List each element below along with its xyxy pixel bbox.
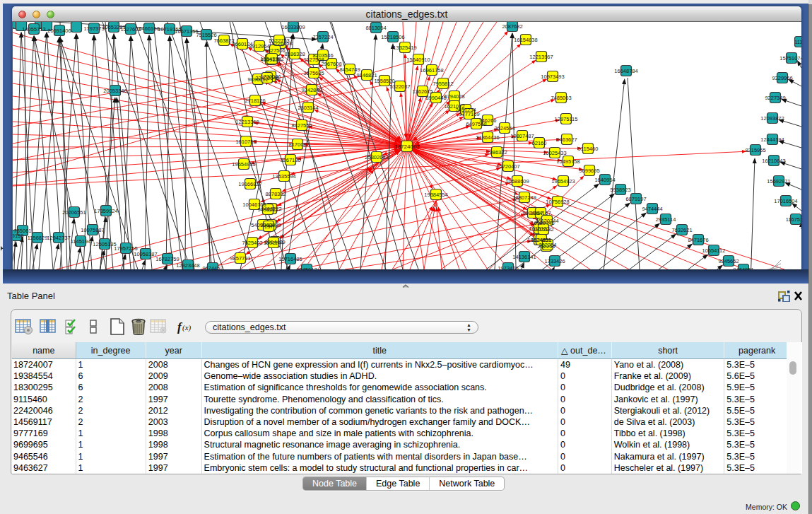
svg-text:1797373: 1797373 <box>83 25 104 32</box>
svg-text:12213369: 12213369 <box>235 119 259 125</box>
svg-text:9227349: 9227349 <box>765 95 785 101</box>
svg-text:1610755: 1610755 <box>235 139 256 145</box>
svg-text:62160: 62160 <box>532 140 547 146</box>
svg-text:7485063: 7485063 <box>551 95 571 101</box>
svg-text:10807487: 10807487 <box>510 133 534 139</box>
svg-text:15692971: 15692971 <box>767 178 790 185</box>
svg-text:10756928: 10756928 <box>546 199 569 205</box>
svg-text:1362615: 1362615 <box>412 88 433 95</box>
svg-text:3675685: 3675685 <box>303 70 324 76</box>
svg-text:7986322: 7986322 <box>486 149 507 156</box>
svg-text:20053346: 20053346 <box>103 88 126 94</box>
svg-text:20691406: 20691406 <box>47 28 71 34</box>
svg-text:1064167: 1064167 <box>530 210 551 216</box>
svg-text:9245652: 9245652 <box>718 258 739 264</box>
svg-text:16671355: 16671355 <box>175 28 198 35</box>
svg-text:15218506: 15218506 <box>381 34 404 40</box>
svg-text:5322753: 5322753 <box>269 37 289 44</box>
svg-text:7625402: 7625402 <box>242 240 262 246</box>
svg-text:1167534: 1167534 <box>786 216 801 223</box>
svg-text:10025433: 10025433 <box>543 150 566 156</box>
svg-text:3267130: 3267130 <box>280 157 300 163</box>
svg-text:1973426: 1973426 <box>498 265 518 270</box>
svg-text:6879197: 6879197 <box>625 196 646 202</box>
svg-text:22420046: 22420046 <box>255 75 278 81</box>
svg-text:2803144: 2803144 <box>298 105 318 111</box>
svg-text:19384554: 19384554 <box>424 192 447 198</box>
svg-text:6466160: 6466160 <box>139 25 159 32</box>
svg-text:252254: 252254 <box>539 242 556 248</box>
svg-text:9329966: 9329966 <box>772 75 792 81</box>
svg-text:1915132: 1915132 <box>533 226 553 233</box>
svg-text:14136141: 14136141 <box>512 254 536 260</box>
svg-text:7663822: 7663822 <box>213 37 234 44</box>
svg-text:1640954: 1640954 <box>594 177 615 183</box>
svg-text:2718126: 2718126 <box>245 98 265 104</box>
svg-text:9474444: 9474444 <box>642 206 662 212</box>
svg-text:10958187: 10958187 <box>134 251 157 257</box>
svg-text:8471676: 8471676 <box>688 237 708 243</box>
svg-text:137: 137 <box>264 223 273 230</box>
svg-text:2087682: 2087682 <box>502 23 522 30</box>
svg-text:16154838: 16154838 <box>514 37 537 43</box>
svg-text:12923448: 12923448 <box>176 262 199 269</box>
svg-text:17016504: 17016504 <box>774 198 797 204</box>
svg-text:15640910: 15640910 <box>406 57 430 63</box>
svg-text:16120744: 16120744 <box>535 218 558 224</box>
svg-text:1156829: 1156829 <box>28 235 48 241</box>
svg-text:5938923: 5938923 <box>610 187 630 193</box>
svg-text:8215955: 8215955 <box>745 147 765 153</box>
svg-text:817006: 817006 <box>288 141 306 148</box>
svg-text:9498222: 9498222 <box>257 206 278 213</box>
svg-text:8878332: 8878332 <box>265 191 286 197</box>
svg-text:12213967: 12213967 <box>529 54 553 60</box>
svg-text:8912954: 8912954 <box>249 43 269 49</box>
svg-text:1733426: 1733426 <box>544 258 565 264</box>
svg-text:12942737: 12942737 <box>47 235 70 241</box>
svg-text:8186328: 8186328 <box>284 51 305 57</box>
svg-text:16543382: 16543382 <box>260 56 283 62</box>
svg-text:5322037: 5322037 <box>389 83 410 90</box>
svg-text:16961758: 16961758 <box>420 67 443 74</box>
svg-text:9146821: 9146821 <box>356 72 377 78</box>
svg-text:16648784: 16648784 <box>614 68 637 74</box>
svg-text:6497568: 6497568 <box>466 121 486 127</box>
svg-text:15716485: 15716485 <box>278 256 302 262</box>
svg-text:21364436: 21364436 <box>476 134 499 141</box>
svg-text:3624554: 3624554 <box>494 125 514 132</box>
svg-text:10973493: 10973493 <box>541 74 564 80</box>
svg-text:12505135: 12505135 <box>93 241 116 247</box>
svg-text:8427552: 8427552 <box>291 122 312 129</box>
svg-text:1691144: 1691144 <box>264 240 284 246</box>
svg-text:15720407: 15720407 <box>496 163 519 170</box>
svg-text:(x): (x) <box>182 323 192 332</box>
svg-text:785061: 785061 <box>13 228 31 234</box>
svg-text:2967608: 2967608 <box>321 61 341 67</box>
svg-text:15495758: 15495758 <box>556 158 579 165</box>
svg-text:10688609: 10688609 <box>505 178 529 185</box>
svg-text:20206551: 20206551 <box>62 209 86 216</box>
svg-text:10975887: 10975887 <box>81 227 104 233</box>
svg-text:18807249: 18807249 <box>512 194 536 201</box>
svg-text:19654935: 19654935 <box>232 161 255 168</box>
svg-text:9674452: 9674452 <box>202 265 223 270</box>
svg-text:8203546: 8203546 <box>312 52 333 59</box>
svg-text:1145194: 1145194 <box>71 238 91 245</box>
svg-text:9463627: 9463627 <box>556 136 577 143</box>
svg-text:19654923: 19654923 <box>551 178 575 185</box>
svg-text:6794028: 6794028 <box>444 93 464 100</box>
svg-text:15751074: 15751074 <box>779 55 801 62</box>
svg-text:2935114: 2935114 <box>656 216 676 223</box>
svg-text:8454749: 8454749 <box>339 66 360 73</box>
svg-text:12093872: 12093872 <box>760 115 784 122</box>
svg-text:7632621: 7632621 <box>671 227 692 233</box>
svg-text:13325419: 13325419 <box>393 45 416 51</box>
svg-text:9245012: 9245012 <box>296 267 317 270</box>
svg-text:12975115: 12975115 <box>555 116 578 122</box>
svg-text:18724007: 18724007 <box>394 144 420 150</box>
svg-text:9699695: 9699695 <box>579 168 599 174</box>
svg-text:7357224: 7357224 <box>312 34 333 40</box>
svg-text:14055713: 14055713 <box>22 26 45 33</box>
svg-text:25302083: 25302083 <box>365 154 388 160</box>
svg-text:7955812: 7955812 <box>433 81 453 87</box>
